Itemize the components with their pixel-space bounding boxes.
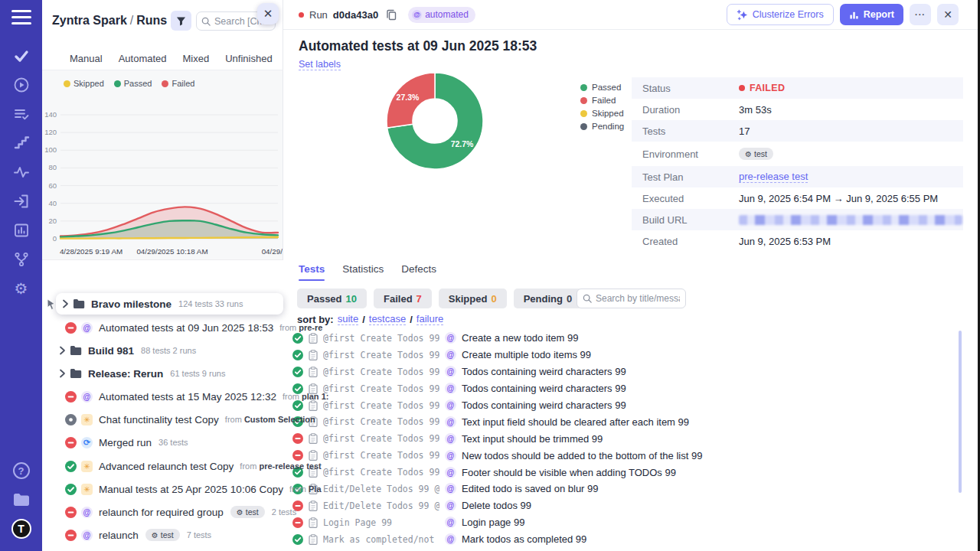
run-title: Bravo milestone bbox=[91, 298, 172, 310]
failed-dot-icon bbox=[739, 85, 745, 91]
set-labels-link[interactable]: Set labels bbox=[299, 59, 341, 70]
at-icon: @ bbox=[412, 10, 422, 20]
section-name[interactable]: Runs bbox=[136, 14, 167, 27]
test-row[interactable]: Edit/Delete Todos 99 @…@Edited todo is s… bbox=[292, 481, 957, 497]
tab-manual[interactable]: Manual bbox=[70, 53, 103, 64]
chevron-right-icon[interactable] bbox=[57, 369, 67, 378]
test-row[interactable]: @first Create Todos 99…@Footer should be… bbox=[292, 464, 957, 481]
run-row[interactable]: ✳Manual tests at 25 Apr 2025 10:06 Copyf… bbox=[42, 478, 283, 500]
run-row[interactable]: @Automated tests at 09 Jun 2025 18:53fro… bbox=[42, 316, 283, 339]
test-row[interactable]: Mark as completed/not …@Mark todos as co… bbox=[292, 531, 957, 548]
stopped-status-icon bbox=[65, 414, 77, 425]
close-panel-button[interactable]: ✕ bbox=[257, 3, 279, 24]
donut-legend-pending[interactable]: Pending bbox=[580, 122, 624, 131]
testcase-icon bbox=[309, 534, 318, 545]
trend-legend-skipped[interactable]: Skipped bbox=[64, 79, 104, 88]
tests-search-input[interactable] bbox=[596, 293, 680, 304]
tests-search[interactable] bbox=[577, 289, 686, 308]
gear-icon[interactable]: ⚙ bbox=[11, 279, 31, 298]
test-row[interactable]: @first Create Todos 99…@Todos containing… bbox=[292, 364, 957, 380]
environment-badge: ⚙test bbox=[230, 506, 265, 518]
failed-status-icon bbox=[65, 530, 77, 541]
automated-run-icon: @ bbox=[445, 383, 456, 394]
chip-count: 7 bbox=[416, 293, 422, 305]
test-row[interactable]: Edit/Delete Todos 99 @…@Delete todos 99 bbox=[292, 497, 957, 514]
run-row[interactable]: ✳Advanced relaunch test Copyfrom pre-rel… bbox=[42, 455, 283, 478]
donut-legend-failed[interactable]: Failed bbox=[580, 96, 624, 105]
merged-run-icon: ⟳ bbox=[81, 437, 93, 448]
donut-legend-skipped[interactable]: Skipped bbox=[580, 109, 624, 118]
funnel-icon bbox=[176, 16, 186, 26]
test-row[interactable]: Login Page 99@Login page 99 bbox=[292, 514, 957, 531]
detail-value: ⚙test bbox=[739, 148, 773, 160]
run-folder-row[interactable]: Bravo milestone124 tests 33 runs bbox=[56, 293, 283, 315]
steps-icon[interactable] bbox=[11, 133, 31, 153]
more-actions-button[interactable]: ··· bbox=[910, 4, 931, 25]
passed-status-icon bbox=[65, 461, 77, 472]
tests-scrollbar[interactable] bbox=[959, 331, 962, 493]
clusterize-errors-button[interactable]: Clusterize Errors bbox=[727, 4, 834, 25]
test-row[interactable]: @first Create Todos 99…@Todos containing… bbox=[292, 380, 957, 397]
help-icon[interactable]: ? bbox=[11, 461, 31, 481]
chip-count: 10 bbox=[346, 293, 357, 305]
sign-in-icon[interactable] bbox=[11, 191, 31, 211]
run-row[interactable]: ✳Chat functinality test Copyfrom Custom … bbox=[42, 408, 283, 431]
run-type-holder: ⟳ bbox=[81, 437, 93, 448]
run-row[interactable]: @relaunch for required group⚙test2 tests bbox=[42, 500, 283, 523]
filter-button[interactable] bbox=[171, 11, 191, 31]
test-plan-link[interactable]: pre-release test bbox=[739, 171, 808, 183]
sort-link-testcase[interactable]: testcase bbox=[369, 313, 406, 325]
chevron-right-icon[interactable] bbox=[60, 299, 70, 308]
donut-legend-passed[interactable]: Passed bbox=[580, 83, 624, 92]
results-donut-chart: 72.7%27.3% bbox=[383, 70, 487, 174]
test-row[interactable]: @first Create Todos 99…@Create multiple … bbox=[292, 347, 957, 364]
bar-chart-icon[interactable] bbox=[11, 220, 31, 240]
sort-link-failure[interactable]: failure bbox=[416, 313, 443, 325]
tab-tests[interactable]: Tests bbox=[299, 263, 325, 281]
test-title: Todos containing weird characters 99 bbox=[462, 366, 626, 377]
tab-statistics[interactable]: Statistics bbox=[342, 263, 384, 281]
trend-legend-failed[interactable]: Failed bbox=[162, 79, 194, 88]
run-row[interactable]: ⟳Merged run36 tests bbox=[42, 431, 283, 454]
play-circle-icon[interactable] bbox=[11, 75, 31, 95]
tab-defects[interactable]: Defects bbox=[401, 263, 436, 281]
activity-icon[interactable] bbox=[11, 162, 31, 182]
tab-unfinished[interactable]: Unfinished bbox=[225, 53, 272, 64]
filter-chip-failed[interactable]: Failed7 bbox=[374, 289, 432, 308]
copy-run-id-button[interactable] bbox=[386, 9, 397, 21]
environment-badge[interactable]: ⚙test bbox=[739, 148, 773, 160]
trend-legend-passed[interactable]: Passed bbox=[114, 79, 152, 88]
project-name[interactable]: Zyntra Spark bbox=[52, 14, 127, 27]
test-row[interactable]: @first Create Todos 99…@Text input field… bbox=[292, 413, 957, 430]
folder-nav-icon[interactable] bbox=[11, 490, 31, 510]
app-sidebar: ⚙ ? T bbox=[0, 0, 42, 551]
test-row[interactable]: @first Create Todos 99…@Todos containing… bbox=[292, 397, 957, 414]
filter-chip-skipped[interactable]: Skipped0 bbox=[439, 289, 507, 308]
test-row[interactable]: @first Create Todos 99…@New todos should… bbox=[292, 447, 957, 464]
run-row[interactable]: @Automated tests at 15 May 2025 12:32fro… bbox=[42, 385, 283, 408]
list-check-icon[interactable] bbox=[11, 104, 31, 124]
report-button[interactable]: Report bbox=[840, 4, 903, 25]
run-folder-row[interactable]: Build 98188 tests 2 runs bbox=[42, 339, 283, 362]
sort-link-suite[interactable]: suite bbox=[338, 313, 358, 325]
check-icon[interactable] bbox=[11, 46, 31, 66]
chevron-right-icon[interactable] bbox=[57, 346, 67, 355]
menu-icon[interactable] bbox=[11, 10, 31, 24]
test-row[interactable]: @first Create Todos 99…@Create a new tod… bbox=[292, 330, 957, 347]
tab-automated[interactable]: Automated bbox=[119, 53, 167, 64]
run-from-plan: from pre-re bbox=[279, 323, 322, 332]
app-logo[interactable]: T bbox=[11, 519, 31, 539]
filter-chip-pending[interactable]: Pending0 bbox=[514, 289, 583, 308]
run-meta: 61 tests 9 runs bbox=[170, 369, 225, 378]
automated-badge[interactable]: @ automated bbox=[408, 7, 475, 23]
test-row[interactable]: @first Create Todos 99…@Text input shoul… bbox=[292, 430, 957, 447]
build-url-redacted[interactable] bbox=[739, 215, 962, 225]
filter-chip-passed[interactable]: Passed10 bbox=[297, 289, 367, 308]
run-row[interactable]: @relaunch⚙test7 tests bbox=[42, 523, 283, 546]
donut-legend-label: Passed bbox=[592, 83, 621, 92]
git-branch-icon[interactable] bbox=[11, 249, 31, 269]
run-title: Release: Rerun bbox=[88, 368, 163, 380]
tab-mixed[interactable]: Mixed bbox=[183, 53, 210, 64]
run-folder-row[interactable]: Release: Rerun61 tests 9 runs bbox=[42, 362, 283, 385]
close-run-button[interactable]: ✕ bbox=[937, 4, 959, 25]
